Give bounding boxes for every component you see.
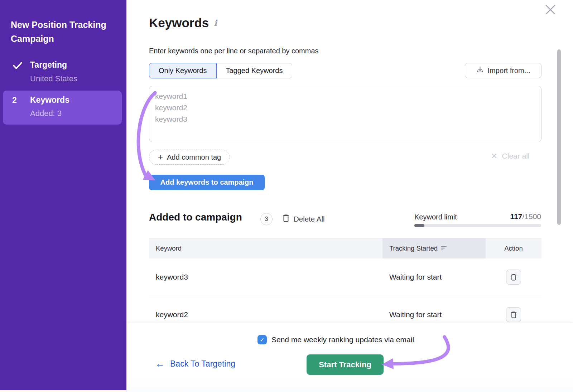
placeholder-line: keyword1 (155, 91, 535, 102)
table-row: keyword3 Waiting for start (149, 258, 541, 296)
sidebar-step-targeting-value: United States (30, 74, 77, 83)
keyword-limit-progressbar (414, 224, 541, 227)
keyword-limit-value: 117/1500 (476, 212, 541, 221)
row-keyword: keyword3 (149, 273, 382, 281)
start-tracking-button[interactable]: Start Tracking (307, 354, 384, 375)
page-title-text: Keywords (149, 16, 209, 30)
page-title: Keywordsi (149, 16, 217, 30)
email-updates-label: Send me weekly ranking updates via email (271, 335, 414, 344)
keyword-limit-progress-fill (414, 224, 424, 227)
trash-icon (282, 214, 290, 224)
keywords-instruction: Enter keywords one per line or separated… (149, 47, 319, 55)
add-keywords-button[interactable]: Add keywords to campaign (149, 175, 265, 190)
tab-tagged-keywords[interactable]: Tagged Keywords (217, 63, 293, 78)
close-icon[interactable] (544, 3, 557, 16)
row-keyword: keyword2 (149, 310, 382, 319)
plus-icon: + (158, 152, 163, 162)
row-status: Waiting for start (382, 310, 486, 319)
back-to-targeting-link[interactable]: ← Back To Targeting (155, 358, 235, 369)
add-common-tag-button[interactable]: + Add common tag (149, 150, 230, 165)
sidebar-step-targeting[interactable]: Targeting (30, 60, 67, 70)
new-position-tracking-modal: New Position Tracking Campaign Targeting… (0, 0, 573, 392)
step-number: 2 (12, 96, 17, 105)
sort-icon (441, 245, 447, 252)
clear-all-button[interactable]: ✕ Clear all (491, 152, 530, 160)
scrollbar[interactable] (557, 49, 561, 225)
added-to-campaign-title: Added to campaign (149, 212, 242, 223)
keywords-textarea[interactable]: keyword1 keyword2 keyword3 (149, 86, 541, 142)
column-header-keyword[interactable]: Keyword (149, 238, 382, 258)
column-header-tracking-started[interactable]: Tracking Started (382, 238, 486, 258)
keyword-limit-label: Keyword limit (414, 213, 457, 221)
delete-all-button[interactable]: Delete All (282, 214, 325, 224)
row-status: Waiting for start (382, 273, 486, 281)
campaign-title: New Position Tracking Campaign (11, 18, 118, 46)
checkbox-check-icon: ✓ (260, 337, 264, 343)
email-updates-row: ✓ Send me weekly ranking updates via ema… (257, 335, 414, 344)
placeholder-line: keyword2 (155, 102, 535, 113)
placeholder-line: keyword3 (155, 113, 535, 125)
keywords-tabs: Only Keywords Tagged Keywords (149, 63, 292, 78)
clear-icon: ✕ (491, 152, 497, 160)
table-header: Keyword Tracking Started Action (149, 238, 541, 258)
back-to-targeting-label: Back To Targeting (170, 359, 235, 369)
email-updates-checkbox[interactable]: ✓ (257, 335, 267, 344)
keyword-limit-used: 117 (510, 212, 523, 221)
sidebar-step-keywords[interactable]: 2 Keywords Added: 3 (3, 91, 122, 125)
keyword-limit-total: /1500 (522, 212, 541, 221)
added-keywords-table: Keyword Tracking Started Action keyword3… (149, 238, 541, 334)
delete-keyword-button[interactable] (506, 270, 521, 285)
back-arrow-icon: ← (155, 358, 165, 369)
import-from-label: Import from... (488, 67, 530, 75)
add-common-tag-label: Add common tag (167, 153, 221, 161)
sidebar-step-keywords-count: Added: 3 (30, 109, 62, 118)
info-icon[interactable]: i (214, 18, 217, 28)
sidebar-step-keywords-label: Keywords (30, 95, 69, 105)
added-count-badge: 3 (260, 213, 273, 225)
import-from-button[interactable]: Import from... (465, 63, 541, 78)
modal-footer: ✓ Send me weekly ranking updates via ema… (126, 323, 573, 392)
clear-all-label: Clear all (502, 152, 530, 160)
delete-all-label: Delete All (294, 215, 325, 223)
check-icon (13, 62, 22, 71)
tab-only-keywords[interactable]: Only Keywords (149, 63, 217, 78)
delete-keyword-button[interactable] (506, 307, 521, 322)
sidebar: New Position Tracking Campaign Targeting… (0, 0, 126, 390)
download-icon (476, 66, 484, 75)
column-header-tracking-started-label: Tracking Started (389, 245, 438, 252)
column-header-action: Action (486, 238, 541, 258)
